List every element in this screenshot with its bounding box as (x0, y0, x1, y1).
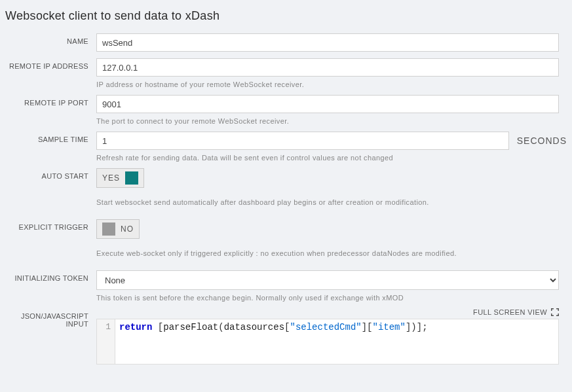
hint-explicit-trigger: Execute web-socket only if triggered exp… (96, 249, 559, 257)
hint-sample-time: Refresh rate for sending data. Data will… (96, 154, 509, 162)
code-gutter: 1 (97, 319, 115, 364)
code-editor[interactable]: 1 return [parseFloat(datasources["select… (96, 319, 559, 365)
fullscreen-button[interactable]: FULL SCREEN VIEW (96, 308, 559, 319)
explicit-trigger-toggle[interactable]: NO (96, 219, 140, 239)
sample-time-unit: SECONDS (517, 132, 567, 146)
code-area[interactable]: return [parseFloat(datasources["selected… (115, 319, 558, 364)
label-js-input: JSON/JAVASCRIPT INPUT (1, 308, 96, 328)
fullscreen-icon (551, 308, 559, 316)
label-auto-start: AUTO START (1, 168, 96, 180)
label-name: NAME (1, 33, 96, 45)
auto-start-state: YES (102, 173, 120, 183)
auto-start-toggle[interactable]: YES (96, 168, 144, 188)
hint-auto-start: Start websocket send automatically after… (96, 198, 559, 206)
explicit-trigger-state: NO (121, 224, 134, 234)
hint-remote-port: The port to connect to your remote WebSo… (96, 117, 559, 125)
fullscreen-label: FULL SCREEN VIEW (473, 308, 547, 316)
hint-init-token: This token is sent before the exchange b… (96, 294, 559, 302)
label-init-token: INITIALIZING TOKEN (1, 270, 96, 282)
label-remote-port: REMOTE IP PORT (1, 95, 96, 107)
toggle-off-icon (102, 223, 115, 236)
label-explicit-trigger: EXPLICIT TRIGGER (1, 219, 96, 231)
label-sample-time: SAMPLE TIME (1, 132, 96, 143)
toggle-on-icon (125, 171, 138, 185)
label-remote-ip: REMOTE IP ADDRESS (1, 58, 96, 70)
init-token-select[interactable]: None (96, 270, 559, 290)
sample-time-input[interactable] (96, 132, 509, 150)
name-input[interactable] (96, 33, 559, 52)
hint-remote-ip: IP address or hostname of your remote We… (96, 80, 559, 88)
remote-ip-input[interactable] (96, 58, 559, 77)
page-title: Websocket client to send data to xDash (1, 5, 567, 33)
remote-port-input[interactable] (96, 95, 559, 113)
